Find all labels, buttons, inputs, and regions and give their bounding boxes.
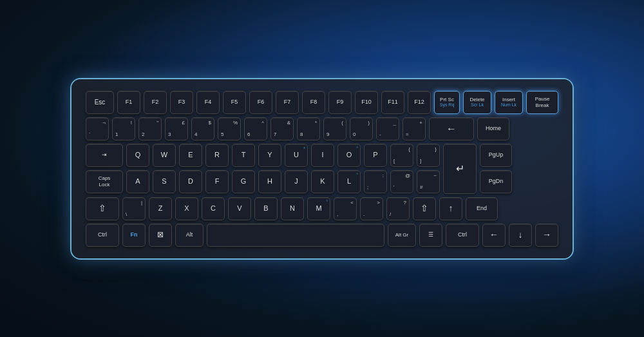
key-8[interactable]: * 8 xyxy=(297,117,320,140)
key-f5[interactable]: F5 xyxy=(223,91,246,114)
function-row: Esc F1 F2 F3 F4 F5 F6 F7 F8 F9 F10 F11 F… xyxy=(86,91,558,114)
key-g[interactable]: G xyxy=(232,170,255,193)
key-l[interactable]: L ° xyxy=(337,170,361,193)
key-f12[interactable]: F12 xyxy=(408,91,431,114)
key-pgdn[interactable]: PgDn xyxy=(480,170,512,193)
key-end[interactable]: End xyxy=(466,197,498,220)
key-period[interactable]: > . xyxy=(360,197,383,220)
qwerty-main: ⇥ Q W E R T Y U * I O ° P xyxy=(86,144,440,193)
key-pgup[interactable]: PgUp xyxy=(480,144,512,167)
key-alt-left[interactable]: Alt xyxy=(175,224,204,247)
key-pause[interactable]: Pause Break xyxy=(526,91,558,114)
key-1[interactable]: ! 1 xyxy=(112,117,135,140)
key-f6[interactable]: F6 xyxy=(249,91,272,114)
key-0[interactable]: ) 0 xyxy=(350,117,373,140)
key-w[interactable]: W xyxy=(153,144,176,167)
key-slash[interactable]: ? / xyxy=(386,197,410,220)
key-m[interactable]: M ° xyxy=(307,197,330,220)
key-fn[interactable]: Fn xyxy=(122,224,146,247)
keyboard: Esc F1 F2 F3 F4 F5 F6 F7 F8 F9 F10 F11 F… xyxy=(86,91,558,247)
shift-row: ⇧ | \ Z X C V B N M ° < , > . xyxy=(86,197,558,220)
key-4[interactable]: $ 4 xyxy=(191,117,214,140)
key-i[interactable]: I xyxy=(311,144,334,167)
keyboard-wrapper: Esc F1 F2 F3 F4 F5 F6 F7 F8 F9 F10 F11 F… xyxy=(71,79,573,258)
key-semicolon[interactable]: : ; xyxy=(364,170,387,193)
key-delete[interactable]: Delete Scr Lk xyxy=(463,91,491,114)
key-prtsc[interactable]: Prt Sc Sys Rq xyxy=(434,91,460,114)
qwerty-area: ⇥ Q W E R T Y U * I O ° P xyxy=(86,144,558,194)
key-f8[interactable]: F8 xyxy=(302,91,325,114)
key-v[interactable]: V xyxy=(228,197,251,220)
key-arrow-down[interactable]: ↓ xyxy=(509,224,532,247)
key-comma[interactable]: < , xyxy=(334,197,357,220)
key-shift-left[interactable]: ⇧ xyxy=(86,197,119,220)
key-t[interactable]: T xyxy=(232,144,255,167)
key-r[interactable]: R xyxy=(205,144,229,167)
key-f2[interactable]: F2 xyxy=(144,91,167,114)
key-space[interactable] xyxy=(207,224,384,247)
key-y[interactable]: Y xyxy=(258,144,281,167)
key-f4[interactable]: F4 xyxy=(196,91,220,114)
key-5[interactable]: % 5 xyxy=(218,117,241,140)
key-f[interactable]: F xyxy=(205,170,229,193)
qwerty-row: ⇥ Q W E R T Y U * I O ° P xyxy=(86,144,440,167)
key-esc[interactable]: Esc xyxy=(86,91,114,114)
key-f3[interactable]: F3 xyxy=(170,91,193,114)
key-altgr[interactable]: Alt Gr xyxy=(388,224,416,247)
number-row: ¬ ` ! 1 " 2 £ 3 $ 4 % 5 xyxy=(86,117,558,140)
key-home[interactable]: Home xyxy=(477,117,509,140)
key-minus[interactable]: _ - xyxy=(376,117,399,140)
key-e[interactable]: E xyxy=(179,144,202,167)
key-arrow-left[interactable]: ← xyxy=(482,224,506,247)
key-apostrophe[interactable]: @ ' xyxy=(390,170,413,193)
key-a[interactable]: A xyxy=(126,170,149,193)
key-c[interactable]: C xyxy=(202,197,225,220)
asdf-row: CapsLock A S D F G H J K L ° : ; xyxy=(86,170,440,193)
key-f1[interactable]: F1 xyxy=(117,91,140,114)
key-p[interactable]: P xyxy=(364,144,387,167)
key-k[interactable]: K xyxy=(311,170,334,193)
key-f10[interactable]: F10 xyxy=(355,91,378,114)
key-9[interactable]: ( 9 xyxy=(323,117,346,140)
key-s[interactable]: S xyxy=(153,170,176,193)
key-insert[interactable]: Insert Num Lk xyxy=(495,91,523,114)
key-arrow-right[interactable]: → xyxy=(535,224,558,247)
key-backspace[interactable]: ← xyxy=(429,117,474,140)
key-3[interactable]: £ 3 xyxy=(165,117,188,140)
bottom-row: Ctrl Fn ⊠ Alt Alt Gr ☰ Ctrl ← ↓ → xyxy=(86,224,558,247)
key-shift-symbol[interactable]: ⇧ xyxy=(413,197,436,220)
key-o[interactable]: O ° xyxy=(337,144,361,167)
key-bracket-open[interactable]: { [ xyxy=(390,144,413,167)
key-caps-lock[interactable]: CapsLock xyxy=(86,170,123,193)
key-n[interactable]: N xyxy=(281,197,304,220)
key-enter[interactable]: ↵ xyxy=(443,144,477,194)
key-h[interactable]: H xyxy=(258,170,281,193)
key-q[interactable]: Q xyxy=(126,144,149,167)
key-u[interactable]: U * xyxy=(285,144,308,167)
key-backslash[interactable]: | \ xyxy=(122,197,146,220)
key-menu[interactable]: ☰ xyxy=(419,224,442,247)
key-hash[interactable]: ~ # xyxy=(417,170,440,193)
key-f11[interactable]: F11 xyxy=(381,91,404,114)
key-f9[interactable]: F9 xyxy=(328,91,352,114)
key-x[interactable]: X xyxy=(175,197,198,220)
key-bracket-close[interactable]: } ] xyxy=(417,144,440,167)
key-6[interactable]: ^ 6 xyxy=(244,117,267,140)
key-d[interactable]: D xyxy=(179,170,202,193)
key-f7[interactable]: F7 xyxy=(276,91,299,114)
key-backtick[interactable]: ¬ ` xyxy=(86,117,109,140)
key-7[interactable]: & 7 xyxy=(270,117,294,140)
key-arrow-up[interactable]: ↑ xyxy=(439,197,462,220)
pgup-pgdn: PgUp PgDn xyxy=(480,144,512,193)
key-2[interactable]: " 2 xyxy=(138,117,162,140)
key-equals[interactable]: + = xyxy=(402,117,426,140)
key-windows[interactable]: ⊠ xyxy=(149,224,172,247)
key-ctrl-left[interactable]: Ctrl xyxy=(86,224,119,247)
key-b[interactable]: B xyxy=(254,197,278,220)
key-ctrl-right[interactable]: Ctrl xyxy=(446,224,479,247)
key-z[interactable]: Z xyxy=(149,197,172,220)
key-tab[interactable]: ⇥ xyxy=(86,144,123,167)
key-j[interactable]: J xyxy=(285,170,308,193)
